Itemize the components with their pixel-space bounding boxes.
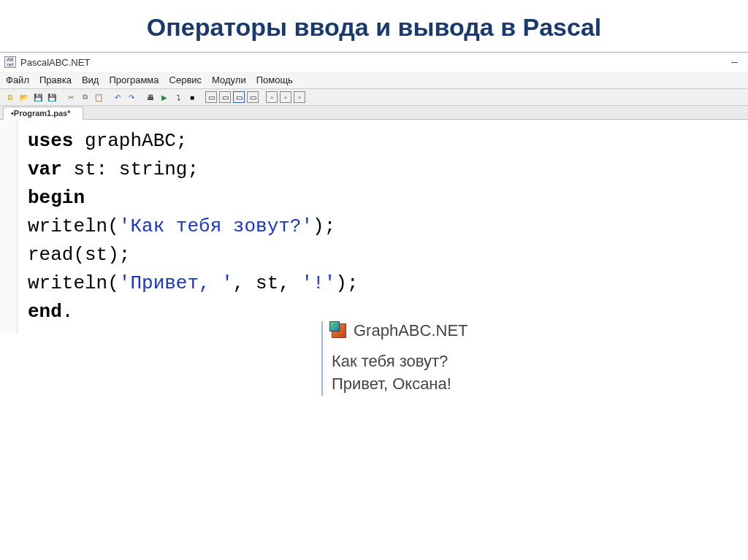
tab-strip: •Program1.pas* <box>0 106 748 120</box>
menu-bar: Файл Правка Вид Программа Сервис Модули … <box>0 72 748 89</box>
type-string: string <box>119 158 188 180</box>
save-all-icon[interactable]: 💾 <box>46 91 58 103</box>
code-text: st: <box>62 158 119 180</box>
save-icon[interactable]: 💾 <box>32 91 44 103</box>
string-literal: 'Привет, ' <box>119 272 233 294</box>
code-text: . <box>62 301 74 323</box>
open-file-icon[interactable]: 📂 <box>18 91 30 103</box>
menu-view[interactable]: Вид <box>82 74 99 85</box>
string-literal: 'Как тебя зовут?' <box>119 215 313 237</box>
code-text: ); <box>335 272 358 294</box>
copy-icon[interactable]: ⧉ <box>79 91 91 103</box>
menu-edit[interactable]: Правка <box>39 74 72 85</box>
run-icon[interactable]: ▶ <box>159 91 170 103</box>
output-window: GraphABC.NET Как тебя зовут? Привет, Окс… <box>321 321 541 396</box>
code-area[interactable]: uses graphABC; var st: string; begin wri… <box>18 120 369 334</box>
code-text: writeln( <box>28 272 119 294</box>
code-text: read(st); <box>28 244 130 266</box>
redo-icon[interactable]: ↷ <box>126 91 137 103</box>
ide-window: ABnet PascalABC.NET – Файл Правка Вид Пр… <box>0 52 748 334</box>
output-line: Как тебя зовут? <box>332 350 541 373</box>
stop-icon[interactable]: ■ <box>186 91 198 103</box>
paste-icon[interactable]: 📋 <box>93 91 104 103</box>
menu-modules[interactable]: Модули <box>212 74 246 85</box>
code-text: ; <box>187 158 199 180</box>
code-text: writeln( <box>28 215 119 237</box>
output-pane-icon[interactable]: ▫ <box>294 91 305 103</box>
output-title: GraphABC.NET <box>354 321 468 340</box>
output-line: Привет, Оксана! <box>332 373 541 396</box>
cut-icon[interactable]: ✂ <box>65 91 77 103</box>
toolbar: 🗎 📂 💾 💾 ✂ ⧉ 📋 ↶ ↷ 🖶 ▶ ⤵ ■ ▭ ▭ ▭ ▭ ▫ ▫ ▫ <box>0 89 748 106</box>
menu-program[interactable]: Программа <box>109 74 159 85</box>
output-pane-icon[interactable]: ▫ <box>280 91 291 103</box>
gutter <box>0 120 18 334</box>
menu-help[interactable]: Помощь <box>256 74 293 85</box>
editor-pane: uses graphABC; var st: string; begin wri… <box>0 120 748 334</box>
keyword-uses: uses <box>28 130 73 152</box>
code-text: graphABC; <box>73 130 187 152</box>
pane-active-icon[interactable]: ▭ <box>233 91 245 103</box>
print-icon[interactable]: 🖶 <box>145 91 156 103</box>
graphabc-icon <box>332 323 346 338</box>
output-pane-icon[interactable]: ▫ <box>266 91 278 103</box>
keyword-var: var <box>28 158 62 180</box>
menu-file[interactable]: Файл <box>6 74 29 85</box>
menu-service[interactable]: Сервис <box>169 74 202 85</box>
code-text: , st, <box>233 272 302 294</box>
app-title: PascalABC.NET <box>20 57 90 68</box>
minimize-icon[interactable]: – <box>731 55 744 69</box>
new-file-icon[interactable]: 🗎 <box>4 91 16 103</box>
step-over-icon[interactable]: ⤵ <box>172 91 184 103</box>
title-bar: ABnet PascalABC.NET – <box>0 53 748 72</box>
undo-icon[interactable]: ↶ <box>112 91 123 103</box>
output-title-bar: GraphABC.NET <box>332 321 541 340</box>
keyword-end: end <box>28 301 62 323</box>
slide-title: Операторы ввода и вывода в Pascal <box>0 0 748 47</box>
pane-icon[interactable]: ▭ <box>205 91 217 103</box>
pane-icon[interactable]: ▭ <box>247 91 259 103</box>
code-text: ); <box>313 215 335 237</box>
app-icon: ABnet <box>4 56 16 68</box>
pane-icon[interactable]: ▭ <box>219 91 231 103</box>
file-tab[interactable]: •Program1.pas* <box>3 107 83 120</box>
output-text: Как тебя зовут? Привет, Оксана! <box>332 350 541 396</box>
keyword-begin: begin <box>28 187 85 209</box>
string-literal: '!' <box>301 272 335 294</box>
